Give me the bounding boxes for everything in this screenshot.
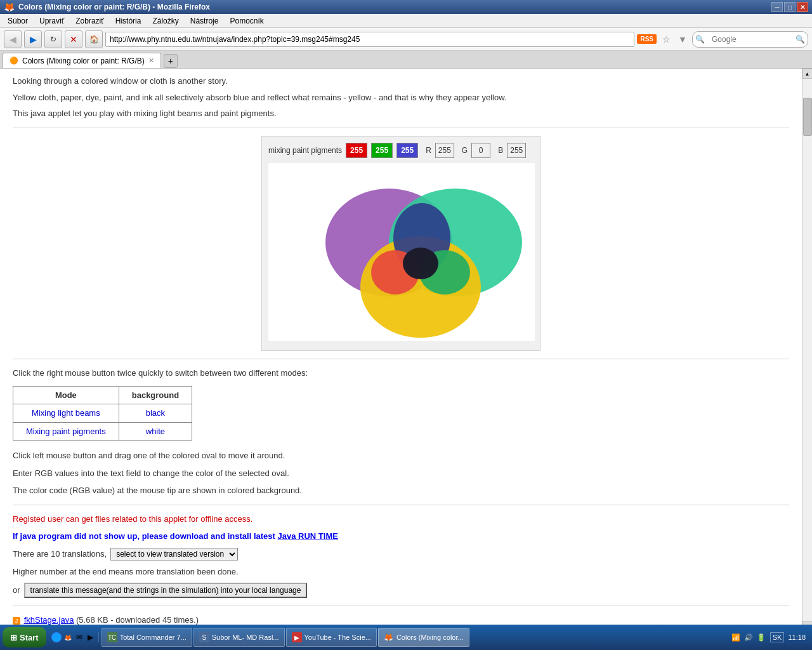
r-value[interactable]: 255 <box>435 143 454 158</box>
color-diagram[interactable] <box>268 163 535 341</box>
file-1-icon: J <box>13 617 20 625</box>
blue-value-box[interactable]: 255 <box>396 143 418 158</box>
quicklaunch-email-icon[interactable]: ✉ <box>74 632 84 642</box>
new-tab-button[interactable]: + <box>164 54 178 68</box>
back-button[interactable]: ◀ <box>4 30 22 48</box>
close-button[interactable]: ✕ <box>797 2 808 12</box>
green-value-box[interactable]: 255 <box>371 143 393 158</box>
b-value[interactable]: 255 <box>507 143 526 158</box>
taskbar-item-colors[interactable]: 🦊 Colors (Mixing color... <box>378 628 469 647</box>
menu-edit[interactable]: Upraviť <box>34 15 69 27</box>
java-runtime-link[interactable]: Java RUN TIME <box>278 531 338 541</box>
start-button[interactable]: ⊞ Start <box>3 627 46 647</box>
taskbar-item-totalcommander-label: Total Commander 7... <box>120 633 187 641</box>
colors-firefox-icon: 🦊 <box>384 632 394 642</box>
taskbar: ⊞ Start 🌐 🦊 ✉ ▶ TC Total Commander 7... … <box>0 625 812 650</box>
translation-select[interactable]: select to view translated version <box>110 548 238 560</box>
table-row-2-mode: Mixing paint pigments <box>13 422 119 441</box>
higher-number-text: Higher number at the end means more tran… <box>13 566 789 578</box>
applet-label: mixing paint pigments <box>268 145 342 156</box>
java-warning: If java program did not show up, please … <box>13 530 789 543</box>
taskbar-item-subor[interactable]: S Subor ML- MD Rasl... <box>193 628 285 647</box>
bookmark-star-icon[interactable]: ☆ <box>659 32 673 46</box>
translation-area: There are 10 translations, select to vie… <box>13 548 789 560</box>
window-controls: ─ □ ✕ <box>771 2 808 12</box>
bookmark-arrow-icon[interactable]: ▼ <box>676 32 690 46</box>
clock: 11:18 <box>788 633 806 641</box>
menu-bookmarks[interactable]: Záložky <box>147 15 183 27</box>
mode-table: Mode background Mixing light beams black… <box>13 386 192 441</box>
translate-button[interactable]: translate this message(and the strings i… <box>24 583 308 598</box>
stop-button[interactable]: ✕ <box>65 30 82 48</box>
table-row-1-mode: Mixing light beams <box>13 404 119 423</box>
forward-button[interactable]: ▶ <box>24 30 42 48</box>
intro-section: Looking through a colored window or clot… <box>13 75 789 120</box>
home-button[interactable]: 🏠 <box>85 30 103 48</box>
taskbar-item-colors-label: Colors (Mixing color... <box>396 633 464 641</box>
refresh-button[interactable]: ↻ <box>44 30 62 48</box>
rgb-instruction-2: The color code (RGB value) at the mouse … <box>13 484 789 497</box>
tab-label: Colors (Mixing color or paint: R/G/B) <box>22 56 145 65</box>
java-warning-text: If java program did not show up, please … <box>13 531 275 541</box>
menu-tools[interactable]: Nástroje <box>185 15 224 27</box>
red-value-box[interactable]: 255 <box>346 143 367 158</box>
page-content: Looking through a colored window or clot… <box>0 69 802 631</box>
divider-4 <box>13 606 789 606</box>
tray-sound-icon: 🔊 <box>743 632 754 642</box>
quicklaunch-ie-icon[interactable]: 🌐 <box>51 632 62 642</box>
browser-content: Looking through a colored window or clot… <box>0 69 812 631</box>
search-engine-icon: 🔍 <box>695 35 705 44</box>
svg-point-7 <box>403 248 438 279</box>
scroll-up-button[interactable]: ▲ <box>802 69 813 79</box>
menu-bar: Súbor Upraviť Zobraziť História Záložky … <box>0 14 812 28</box>
tray-network-icon: 📶 <box>731 632 741 642</box>
subor-icon: S <box>199 632 209 642</box>
drag-instruction: Click left mouse button and drag one of … <box>13 449 789 462</box>
applet-controls: mixing paint pigments 255 255 255 R 255 … <box>268 143 534 158</box>
table-header-background: background <box>119 386 192 404</box>
clock-time: 11:18 <box>788 633 806 641</box>
taskbar-item-youtube[interactable]: ▶ YouTube - The Scie... <box>286 628 377 647</box>
registered-text: Registed user can get files related to t… <box>13 513 789 526</box>
sys-tray: 📶 🔊 🔋 <box>731 632 766 642</box>
menu-history[interactable]: História <box>110 15 147 27</box>
file-1-size: (5.68 KB - downloaded 45 times.) <box>76 615 199 625</box>
scroll-thumb[interactable] <box>803 98 812 136</box>
applet-container: mixing paint pigments 255 255 255 R 255 … <box>261 136 540 352</box>
address-input[interactable] <box>105 32 634 47</box>
menu-file[interactable]: Súbor <box>3 15 33 27</box>
menu-view[interactable]: Zobraziť <box>70 15 109 27</box>
taskbar-item-totalcommander[interactable]: TC Total Commander 7... <box>102 628 192 647</box>
tab-close-button[interactable]: ✕ <box>148 56 154 65</box>
scrollbar[interactable]: ▲ ▼ <box>802 69 812 631</box>
menu-help[interactable]: Pomocník <box>225 15 268 27</box>
taskbar-item-youtube-label: YouTube - The Scie... <box>304 633 371 641</box>
nav-bar: ◀ ▶ ↻ ✕ 🏠 RSS ☆ ▼ 🔍 🔍 <box>0 28 812 51</box>
intro-text2: Yellow cloth, paper, dye, paint, and ink… <box>13 91 789 104</box>
applet-area: mixing paint pigments 255 255 255 R 255 … <box>13 136 789 352</box>
minimize-button[interactable]: ─ <box>771 2 783 12</box>
table-row-2-bg: white <box>119 422 192 441</box>
tray-battery-icon: 🔋 <box>756 632 766 642</box>
divider-2 <box>13 359 789 359</box>
maximize-button[interactable]: □ <box>784 2 796 12</box>
rgb-instruction-1: Enter RGB values into the text field to … <box>13 467 789 480</box>
search-magnifier-icon[interactable]: 🔍 <box>796 35 805 44</box>
search-input[interactable] <box>707 32 796 47</box>
language-indicator[interactable]: SK <box>770 632 785 642</box>
translations-text: There are 10 translations, <box>13 548 107 560</box>
taskbar-item-subor-label: Subor ML- MD Rasl... <box>212 633 279 641</box>
active-tab[interactable]: 🟠 Colors (Mixing color or paint: R/G/B) … <box>3 53 161 68</box>
g-value[interactable]: 0 <box>471 143 490 158</box>
quicklaunch-firefox-icon[interactable]: 🦊 <box>63 632 73 642</box>
browser-logo: 🦊 <box>4 2 15 12</box>
scroll-track[interactable] <box>802 79 812 621</box>
file-1-link[interactable]: fkhStage.java <box>24 615 74 625</box>
title-bar: 🦊 Colors (Mixing color or paint: R/G/B) … <box>0 0 812 14</box>
firefox-tab-icon: 🟠 <box>10 56 18 65</box>
quicklaunch-media-icon[interactable]: ▶ <box>86 632 96 642</box>
b-label: B <box>498 145 503 156</box>
windows-logo-icon: ⊞ <box>10 633 17 642</box>
divider-3 <box>13 505 789 505</box>
rss-icon[interactable]: RSS <box>637 34 657 44</box>
